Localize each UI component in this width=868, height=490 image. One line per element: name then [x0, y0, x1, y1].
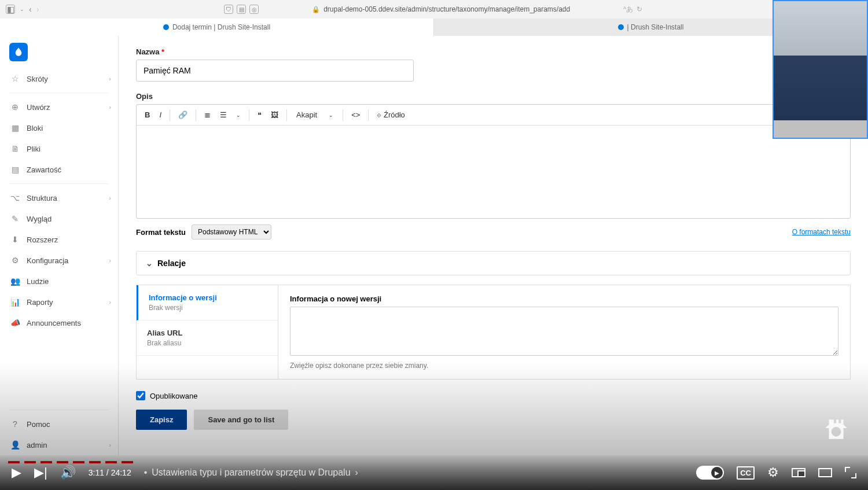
- format-label: Format tekstu: [136, 228, 186, 237]
- tab-title: Dodaj termin | Drush Site-Install: [172, 23, 270, 31]
- save-button[interactable]: Zapisz: [136, 410, 187, 430]
- browser-toolbar: ◧ ⌄ ‹ › ⛉ ▤ ◎ 🔒 drupal-demo-005.ddev.sit…: [0, 0, 868, 19]
- chevron-right-icon: ›: [109, 75, 111, 82]
- chevron-right-icon: ›: [109, 104, 111, 110]
- browser-tabs: Dodaj termin | Drush Site-Install | Drus…: [0, 19, 868, 36]
- translate-icon[interactable]: ᴬあ: [623, 5, 633, 14]
- play-icon[interactable]: ▶: [12, 465, 21, 480]
- sidebar-item-config[interactable]: ⚙Konfiguracja›: [0, 250, 118, 271]
- save-and-list-button[interactable]: Save and go to list: [194, 410, 288, 430]
- sidebar-item-extend[interactable]: ⬇Rozszerz: [0, 229, 118, 250]
- desc-label: Opis: [136, 92, 851, 101]
- paragraph-dropdown[interactable]: Akapit⌄: [292, 108, 338, 121]
- sidebar-item-admin[interactable]: 👤admin›: [0, 434, 118, 455]
- reader-icon[interactable]: ▤: [237, 5, 246, 14]
- chevron-right-icon: ›: [355, 467, 358, 478]
- lock-icon: 🔒: [312, 6, 320, 13]
- help-icon: ?: [10, 419, 20, 429]
- settings-icon[interactable]: ⚙: [767, 465, 779, 480]
- source-button[interactable]: ⟐ Źródło: [373, 108, 408, 121]
- autoplay-toggle[interactable]: ▶: [696, 466, 724, 480]
- dropdown-icon[interactable]: ⌄: [20, 6, 24, 12]
- drupal-favicon-icon: [163, 24, 169, 30]
- sidebar-item-reports[interactable]: 📊Raporty›: [0, 292, 118, 312]
- sidebar-item-shortcuts[interactable]: ☆Skróty›: [0, 68, 118, 89]
- sidebar-item-structure[interactable]: ⌥Struktura›: [0, 187, 118, 208]
- number-list-icon[interactable]: ☰: [216, 108, 230, 121]
- chevron-right-icon: ›: [109, 299, 111, 305]
- back-icon[interactable]: ‹: [29, 5, 32, 14]
- sidebar-item-people[interactable]: 👥Ludzie: [0, 271, 118, 292]
- drupal-favicon-icon: [618, 24, 624, 30]
- plus-circle-icon: ⊕: [10, 102, 20, 112]
- forward-icon[interactable]: ›: [36, 5, 39, 14]
- relations-summary: Relacje: [157, 259, 186, 268]
- chevron-right-icon: ›: [109, 441, 111, 448]
- drupal-logo[interactable]: [9, 43, 28, 61]
- rich-text-editor: B I 🔗 ≣ ☰ ⌄ ❝ 🖼 Akapit⌄ <> ⟐ Źró: [136, 104, 851, 219]
- doc-icon: ▤: [10, 165, 20, 174]
- published-label: Opublikowane: [150, 392, 197, 400]
- channel-watermark[interactable]: [822, 415, 851, 444]
- theater-icon[interactable]: [818, 468, 832, 477]
- bold-icon[interactable]: B: [141, 108, 153, 121]
- chevron-right-icon: ›: [109, 257, 111, 264]
- url-text[interactable]: drupal-demo-005.ddev.site/admin/structur…: [323, 5, 570, 13]
- captions-icon[interactable]: CC: [737, 466, 755, 480]
- revision-log-help: Zwięźle opisz dokonane przez siebie zmia…: [290, 362, 838, 370]
- reload-icon[interactable]: ↻: [637, 5, 642, 13]
- browser-tab-0[interactable]: Dodaj termin | Drush Site-Install: [0, 19, 434, 36]
- sidebar-item-content[interactable]: ▤Zawartość: [0, 159, 118, 180]
- vtab-revision[interactable]: Informacje o wersji Brak wersji: [137, 285, 278, 320]
- video-time: 3:11 / 24:12: [89, 468, 131, 477]
- image-icon[interactable]: 🖼: [267, 108, 282, 121]
- user-icon: 👤: [10, 440, 20, 450]
- revision-log-input[interactable]: [290, 307, 838, 356]
- name-input[interactable]: [136, 60, 414, 82]
- file-icon: 🗎: [10, 144, 20, 153]
- quote-icon[interactable]: ❝: [254, 108, 265, 121]
- star-icon: ☆: [10, 74, 20, 83]
- sidebar-item-create[interactable]: ⊕Utwórz›: [0, 97, 118, 117]
- vertical-tabs: Informacje o wersji Brak wersji Alias UR…: [136, 285, 851, 380]
- sidebar-item-files[interactable]: 🗎Pliki: [0, 138, 118, 159]
- link-icon[interactable]: 🔗: [175, 108, 191, 121]
- admin-sidebar: ☆Skróty› ⊕Utwórz› ▦Bloki 🗎Pliki ▤Zawarto…: [0, 36, 119, 455]
- published-checkbox[interactable]: [136, 391, 145, 400]
- download-icon: ⬇: [10, 235, 20, 244]
- sidebar-item-help[interactable]: ?Pomoc: [0, 414, 118, 434]
- shield-icon[interactable]: ⛉: [224, 5, 233, 14]
- next-icon[interactable]: ▶|: [34, 465, 47, 480]
- code-icon[interactable]: <>: [348, 108, 363, 121]
- sidebar-item-blocks[interactable]: ▦Bloki: [0, 117, 118, 138]
- fullscreen-icon[interactable]: [845, 467, 856, 478]
- list-dropdown-icon[interactable]: ⌄: [233, 110, 244, 120]
- relations-details[interactable]: Relacje: [136, 251, 851, 275]
- italic-icon[interactable]: I: [156, 108, 165, 121]
- volume-icon[interactable]: 🔊: [60, 465, 76, 480]
- sidebar-toggle-icon[interactable]: ◧: [6, 5, 15, 14]
- chapter-title[interactable]: • Ustawienia typu i parametrów sprzętu w…: [144, 467, 358, 478]
- megaphone-icon: 📣: [10, 318, 20, 327]
- miniplayer-icon[interactable]: [792, 468, 806, 477]
- sliders-icon: ⚙: [10, 256, 20, 265]
- ext-icon[interactable]: ◎: [249, 5, 259, 14]
- format-select[interactable]: Podstawowy HTML: [192, 224, 271, 240]
- branch-icon: ⌥: [10, 193, 20, 202]
- tab-title: | Drush Site-Install: [627, 23, 684, 31]
- bullet-list-icon[interactable]: ≣: [201, 108, 214, 121]
- vtab-alias[interactable]: Alias URL Brak aliasu: [137, 320, 278, 356]
- name-label: Nazwa *: [136, 47, 851, 56]
- presenter-webcam: [773, 0, 868, 139]
- revision-log-label: Informacja o nowej wersji: [290, 294, 838, 303]
- people-icon: 👥: [10, 277, 20, 286]
- editor-body[interactable]: [137, 126, 850, 218]
- sidebar-item-announcements[interactable]: 📣Announcements: [0, 312, 118, 333]
- video-player-controls: ▶ ▶| 🔊 3:11 / 24:12 • Ustawienia typu i …: [0, 455, 868, 490]
- sidebar-item-appearance[interactable]: ✎Wygląd: [0, 208, 118, 229]
- grid-icon: ▦: [10, 123, 20, 132]
- brush-icon: ✎: [10, 214, 20, 223]
- chart-icon: 📊: [10, 297, 20, 307]
- main-content: Nazwa * Opis B I 🔗 ≣ ☰ ⌄ ❝ 🖼: [119, 36, 868, 455]
- format-help-link[interactable]: O formatach tekstu: [792, 228, 851, 236]
